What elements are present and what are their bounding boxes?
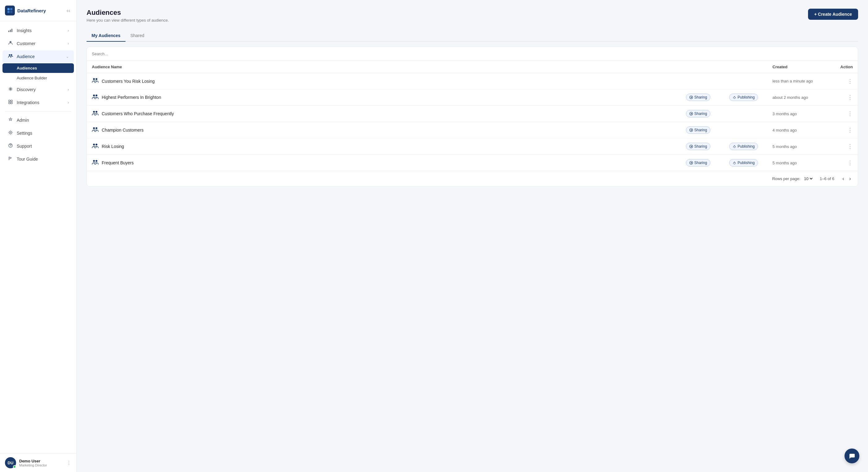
- svg-point-9: [11, 54, 12, 56]
- admin-icon: [7, 117, 13, 123]
- sidebar-divider: [5, 111, 71, 111]
- tab-shared[interactable]: Shared: [125, 30, 149, 42]
- audiences-table-card: Audience Name Created Action Customers: [87, 47, 858, 187]
- user-menu-button[interactable]: ⋮: [66, 460, 71, 466]
- audience-created: 3 months ago: [773, 111, 834, 116]
- audience-name-cell: Customers Who Purchase Frequently: [92, 110, 686, 117]
- audience-action-menu[interactable]: ⋮: [834, 78, 853, 85]
- th-name: Audience Name: [92, 65, 686, 69]
- svg-rect-3: [10, 11, 12, 13]
- svg-point-22: [93, 111, 95, 113]
- audience-name-text[interactable]: Customers Who Purchase Frequently: [102, 111, 174, 116]
- logo-area: DataRefinery ‹‹: [0, 0, 76, 21]
- rows-per-page: Rows per page: 10 25 50: [772, 176, 814, 181]
- th-action: Action: [834, 65, 853, 69]
- svg-rect-10: [9, 100, 10, 102]
- audience-name-cell: Frequent Buyers: [92, 159, 686, 167]
- audience-created: about 2 months ago: [773, 95, 834, 100]
- main-content: Audiences Here you can view different ty…: [77, 0, 868, 472]
- svg-rect-1: [10, 8, 12, 10]
- sidebar-item-label-integrations: Integrations: [17, 100, 39, 105]
- tab-my-audiences[interactable]: My Audiences: [87, 30, 125, 42]
- customer-chevron-icon: ›: [68, 41, 69, 46]
- avatar-online-dot: [13, 465, 16, 468]
- audience-row-icon: [92, 159, 99, 167]
- support-label: Support: [17, 144, 32, 148]
- svg-point-7: [9, 41, 11, 43]
- sharing-badge: Sharing: [686, 94, 710, 101]
- audiences-sub-label: Audiences: [17, 66, 37, 70]
- sidebar-item-integrations[interactable]: Integrations ›: [2, 96, 74, 109]
- svg-point-20: [95, 95, 97, 96]
- sidebar-sub-item-audiences[interactable]: Audiences: [2, 63, 74, 73]
- audience-action-menu[interactable]: ⋮: [834, 143, 853, 150]
- discovery-chevron-icon: ›: [68, 88, 69, 92]
- integrations-chevron-icon: ›: [68, 100, 69, 105]
- page-subtitle: Here you can view different types of aud…: [87, 18, 169, 23]
- customer-icon: [7, 40, 13, 47]
- svg-point-23: [95, 111, 97, 113]
- svg-point-25: [93, 127, 95, 129]
- audience-name-text[interactable]: Frequent Buyers: [102, 160, 134, 165]
- th-created: Created: [773, 65, 834, 69]
- sidebar-item-label-customer: Customer: [17, 41, 35, 46]
- sidebar: DataRefinery ‹‹ Insights › Customer ›: [0, 0, 77, 472]
- logo-text: DataRefinery: [17, 8, 46, 13]
- search-input[interactable]: [92, 52, 853, 56]
- avatar: DU: [5, 457, 16, 468]
- sidebar-item-discovery[interactable]: Discovery ›: [2, 83, 74, 96]
- audience-action-menu[interactable]: ⋮: [834, 127, 853, 133]
- table-body: Customers You Risk Losing less than a mi…: [87, 73, 858, 171]
- sidebar-item-settings[interactable]: Settings: [2, 127, 74, 139]
- settings-label: Settings: [17, 131, 32, 136]
- sidebar-item-support[interactable]: Support: [2, 140, 74, 152]
- audience-name-text[interactable]: Highest Performers In Brighton: [102, 95, 161, 100]
- svg-point-29: [95, 144, 97, 145]
- audience-name-text[interactable]: Customers You Risk Losing: [102, 79, 155, 84]
- audience-row-icon: [92, 110, 99, 117]
- svg-point-18: [95, 78, 97, 80]
- sidebar-sub-item-audience-builder[interactable]: Audience Builder: [2, 73, 74, 83]
- svg-point-14: [10, 132, 11, 133]
- audience-name-cell: Customers You Risk Losing: [92, 77, 686, 85]
- publishing-badge: Publishing: [729, 143, 758, 150]
- tour-guide-icon: [7, 156, 13, 162]
- th-col2: [686, 65, 729, 69]
- svg-rect-2: [7, 11, 9, 13]
- sidebar-nav: Insights › Customer › Audience ⌄: [0, 21, 76, 453]
- table-header: Audience Name Created Action: [87, 61, 858, 73]
- audience-row-icon: [92, 77, 99, 85]
- logo-icon: [5, 6, 15, 15]
- audience-created: 5 months ago: [773, 161, 834, 165]
- sidebar-item-insights[interactable]: Insights ›: [2, 24, 74, 37]
- sidebar-item-audience[interactable]: Audience ⌄: [2, 50, 74, 63]
- audience-name-text[interactable]: Champion Customers: [102, 128, 144, 133]
- rows-per-page-label: Rows per page:: [772, 176, 800, 181]
- badge-publishing-cell: Publishing: [729, 143, 773, 150]
- table-row: Highest Performers In Brighton Sharing P…: [87, 89, 858, 106]
- audience-name-cell: Risk Losing: [92, 143, 686, 150]
- sidebar-item-tour-guide[interactable]: Tour Guide: [2, 153, 74, 165]
- sidebar-collapse-button[interactable]: ‹‹: [65, 6, 71, 15]
- sharing-badge: Sharing: [686, 110, 710, 117]
- table-row: Risk Losing Sharing Publishing 5 months …: [87, 138, 858, 155]
- svg-rect-11: [11, 100, 12, 102]
- pagination-prev-button[interactable]: ‹: [840, 175, 846, 182]
- create-audience-button[interactable]: + Create Audience: [808, 9, 858, 20]
- audience-action-menu[interactable]: ⋮: [834, 110, 853, 117]
- search-bar: [87, 47, 858, 61]
- rows-per-page-select[interactable]: 10 25 50: [803, 176, 814, 181]
- chat-bubble-button[interactable]: [844, 448, 859, 463]
- table-row: Customers Who Purchase Frequently Sharin…: [87, 106, 858, 122]
- sidebar-item-label-discovery: Discovery: [17, 87, 35, 92]
- badge-sharing-cell: Sharing: [686, 94, 729, 101]
- audience-action-menu[interactable]: ⋮: [834, 159, 853, 166]
- pagination-next-button[interactable]: ›: [847, 175, 853, 182]
- sidebar-item-customer[interactable]: Customer ›: [2, 37, 74, 50]
- audience-name-cell: Highest Performers In Brighton: [92, 94, 686, 101]
- audience-name-text[interactable]: Risk Losing: [102, 144, 124, 149]
- table-row: Frequent Buyers Sharing Publishing 5 mon…: [87, 155, 858, 171]
- audience-action-menu[interactable]: ⋮: [834, 94, 853, 101]
- sidebar-item-admin[interactable]: Admin: [2, 114, 74, 126]
- svg-point-16: [10, 146, 11, 147]
